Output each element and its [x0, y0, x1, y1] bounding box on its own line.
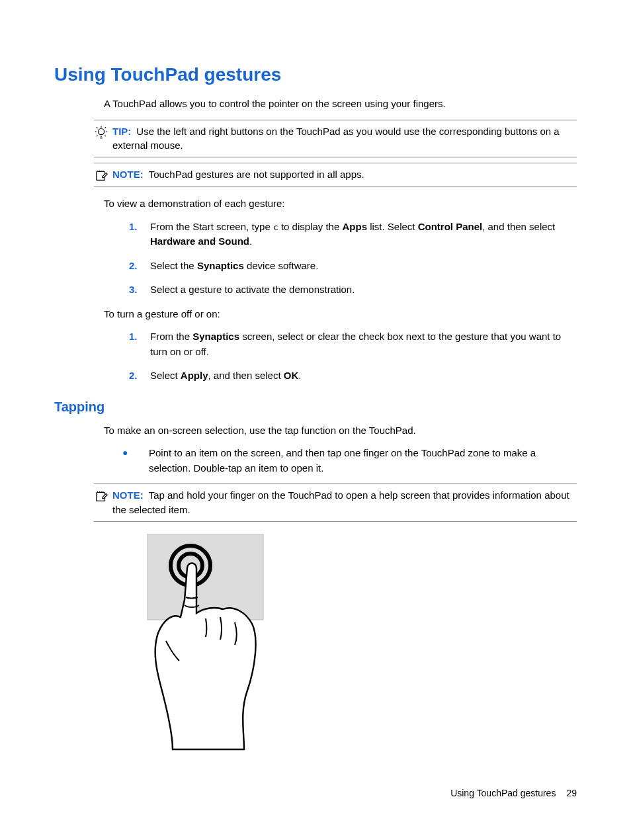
note-icon — [94, 489, 108, 503]
note-icon — [94, 168, 108, 183]
tapping-bullets: ● Point to an item on the screen, and th… — [104, 446, 577, 476]
tip-callout: TIP:Use the left and right buttons on th… — [94, 120, 577, 158]
note-apps-callout: NOTE:TouchPad gestures are not supported… — [94, 163, 577, 187]
tapping-block: To make an on-screen selection, use the … — [54, 423, 577, 476]
note-taphold-text: Tap and hold your finger on the TouchPad… — [112, 489, 569, 515]
demo-steps: 1. From the Start screen, type c to disp… — [104, 220, 577, 298]
step-text: From the Synaptics screen, select or cle… — [150, 329, 577, 359]
step-text: From the Start screen, type c to display… — [150, 220, 577, 249]
toggle-steps: 1. From the Synaptics screen, select or … — [104, 329, 577, 384]
demo-step-2: 2. Select the Synaptics device software. — [129, 259, 577, 274]
toggle-step-2: 2. Select Apply, and then select OK. — [129, 368, 577, 384]
tapping-bullet-1: ● Point to an item on the screen, and th… — [122, 446, 577, 476]
note-taphold-callout: NOTE:Tap and hold your finger on the Tou… — [94, 483, 577, 522]
step-text: Select a gesture to activate the demonst… — [150, 282, 577, 298]
bullet-text: Point to an item on the screen, and then… — [149, 446, 577, 476]
intro-text: A TouchPad allows you to control the poi… — [104, 97, 577, 112]
step-text: Select Apply, and then select OK. — [150, 368, 577, 384]
svg-point-0 — [98, 128, 104, 134]
demo-step-3: 3. Select a gesture to activate the demo… — [129, 282, 577, 298]
note-apps-label: NOTE: — [112, 169, 144, 180]
heading-tapping: Tapping — [54, 397, 577, 417]
page-footer: Using TouchPad gestures 29 — [450, 786, 577, 800]
step-number: 3. — [129, 282, 150, 298]
step-number: 1. — [129, 220, 150, 235]
tip-text: Use the left and right buttons on the To… — [112, 126, 560, 151]
heading-main: Using TouchPad gestures — [54, 61, 577, 89]
svg-line-5 — [97, 127, 97, 128]
figure-block — [54, 534, 577, 752]
demo-step-1: 1. From the Start screen, type c to disp… — [129, 220, 577, 249]
note-apps-text: TouchPad gestures are not supported in a… — [149, 169, 364, 180]
demo-block: To view a demonstration of each gesture:… — [54, 196, 577, 384]
svg-line-8 — [105, 135, 106, 136]
footer-page-number: 29 — [566, 786, 577, 800]
step-number: 2. — [129, 259, 150, 274]
lightbulb-icon — [94, 125, 108, 140]
tip-label: TIP: — [112, 126, 131, 137]
step-number: 1. — [129, 329, 150, 345]
toggle-intro: To turn a gesture off or on: — [104, 307, 577, 322]
note-taphold-label: NOTE: — [112, 489, 144, 501]
tip-body: TIP:Use the left and right buttons on th… — [112, 124, 577, 153]
note-taphold-body: NOTE:Tap and hold your finger on the Tou… — [112, 488, 577, 517]
bullet-icon: ● — [122, 446, 149, 460]
note-apps-body: NOTE:TouchPad gestures are not supported… — [112, 167, 577, 182]
tapping-desc: To make an on-screen selection, use the … — [104, 423, 577, 439]
step-number: 2. — [129, 368, 150, 384]
svg-line-7 — [97, 135, 97, 136]
intro-block: A TouchPad allows you to control the poi… — [54, 97, 577, 112]
demo-intro: To view a demonstration of each gesture: — [104, 196, 577, 212]
step-text: Select the Synaptics device software. — [150, 259, 577, 274]
toggle-step-1: 1. From the Synaptics screen, select or … — [129, 329, 577, 359]
tap-gesture-figure — [104, 534, 577, 752]
svg-line-6 — [105, 127, 106, 128]
footer-running-title: Using TouchPad gestures — [450, 786, 556, 800]
